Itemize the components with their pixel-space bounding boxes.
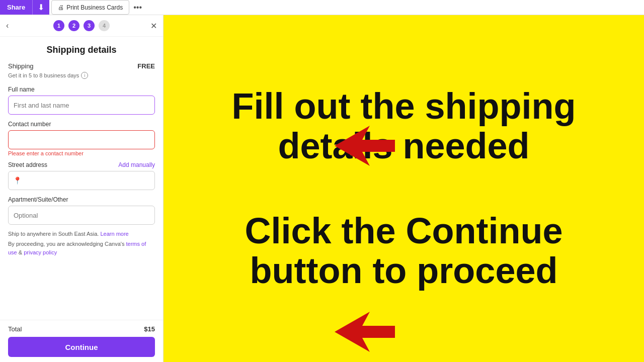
close-button[interactable]: ✕ <box>150 21 157 31</box>
delivery-info: Get it in 5 to 8 business days i <box>8 72 155 79</box>
add-manually-link[interactable]: Add manually <box>118 161 155 168</box>
full-name-input[interactable] <box>8 96 155 115</box>
instruction-text-1: Fill out the shipping details needed <box>232 86 576 166</box>
download-button[interactable]: ⬇ <box>32 0 49 15</box>
svg-marker-1 <box>335 312 395 352</box>
terms-info: By proceeding, you are acknowledging Can… <box>8 240 155 256</box>
contact-input[interactable] <box>8 130 155 149</box>
download-icon: ⬇ <box>38 3 44 12</box>
more-icon: ••• <box>133 3 142 12</box>
print-label: Print Business Cards <box>66 4 123 11</box>
ship-info: Ship to anywhere in South East Asia. Lea… <box>8 231 155 237</box>
svg-marker-0 <box>335 126 395 166</box>
step-3[interactable]: 3 <box>84 20 95 31</box>
panel-bottom: Total $15 Continue <box>0 320 163 362</box>
total-amount: $15 <box>144 325 155 333</box>
street-input-wrapper: 📍 <box>8 171 155 190</box>
street-label: Street address <box>8 161 47 168</box>
back-button[interactable]: ‹ <box>6 21 9 30</box>
shipping-label: Shipping <box>8 62 34 70</box>
panel-title: Shipping details <box>8 45 155 55</box>
instruction-block-2: Click the Continue button to proceed <box>245 211 562 291</box>
info-icon[interactable]: i <box>81 72 88 79</box>
right-area: Fill out the shipping details needed Cli… <box>164 15 644 362</box>
full-name-label: Full name <box>8 86 155 93</box>
delivery-text: Get it in 5 to 8 business days <box>8 72 79 78</box>
privacy-link[interactable]: privacy policy <box>24 249 57 255</box>
main-layout: ‹ 1 2 3 4 ✕ Shipping details Shipping FR… <box>0 15 644 362</box>
instruction-block-1: Fill out the shipping details needed <box>232 86 576 196</box>
stepper-nav: ‹ 1 2 3 4 ✕ <box>0 15 163 37</box>
total-row: Total $15 <box>8 325 155 333</box>
learn-more-link[interactable]: Learn more <box>100 231 128 237</box>
step-4[interactable]: 4 <box>99 20 110 31</box>
apartment-input[interactable] <box>8 206 155 225</box>
total-label: Total <box>8 325 22 333</box>
print-icon: 🖨 <box>58 4 64 11</box>
contact-error: Please enter a contact number <box>8 150 155 156</box>
shipping-value: FREE <box>137 62 155 70</box>
left-panel: ‹ 1 2 3 4 ✕ Shipping details Shipping FR… <box>0 15 164 362</box>
street-input[interactable] <box>8 171 155 190</box>
apartment-label: Apartment/Suite/Other <box>8 196 155 203</box>
share-label: Share <box>7 4 25 11</box>
step-2[interactable]: 2 <box>68 20 79 31</box>
contact-label: Contact number <box>8 121 155 128</box>
panel-content: Shipping details Shipping FREE Get it in… <box>0 37 163 320</box>
street-row: Street address Add manually <box>8 161 155 168</box>
step-1[interactable]: 1 <box>53 20 64 31</box>
continue-button[interactable]: Continue <box>8 337 155 357</box>
location-icon: 📍 <box>13 176 22 185</box>
shipping-row: Shipping FREE <box>8 62 155 70</box>
print-button[interactable]: 🖨 Print Business Cards <box>51 0 129 15</box>
instruction-text-2: Click the Continue button to proceed <box>245 211 562 291</box>
arrow-2 <box>335 312 395 354</box>
arrow-1 <box>335 126 395 168</box>
share-button[interactable]: Share <box>0 0 32 15</box>
more-button[interactable]: ••• <box>129 0 146 15</box>
top-bar: Share ⬇ 🖨 Print Business Cards ••• <box>0 0 644 15</box>
